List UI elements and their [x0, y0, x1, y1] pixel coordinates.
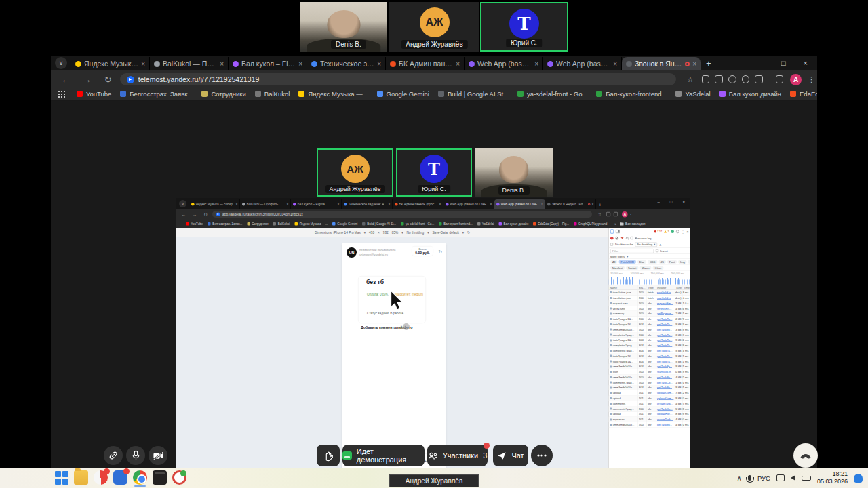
- app-icon-music[interactable]: [94, 470, 108, 485]
- bookmark-item[interactable]: Сотрудники: [247, 222, 268, 226]
- more-filters-row[interactable]: More filters ▾: [609, 254, 691, 259]
- tab-close-icon[interactable]: ×: [236, 202, 238, 206]
- request-initiator[interactable]: startTask.ts: [657, 370, 671, 373]
- dock-side-icon[interactable]: [616, 230, 620, 233]
- bookmark-item[interactable]: BalKukol: [273, 222, 290, 226]
- request-initiator[interactable]: navGclid.ts: [657, 296, 671, 300]
- console-errors-badge[interactable]: 127: [654, 230, 663, 233]
- bookmark-item[interactable]: Бал кукол дизайн: [499, 222, 529, 226]
- request-initiator[interactable]: getTodoTa...: [657, 339, 672, 342]
- window-maximize-button[interactable]: □: [781, 59, 786, 67]
- browser-tab[interactable]: Техническое задание: А ×: [307, 57, 386, 70]
- request-initiator[interactable]: getTodoTa...: [657, 323, 672, 326]
- network-request-row[interactable]: cmm3mlb0x00x... 304 xhr getTaskBy... 0.9…: [609, 385, 691, 390]
- window-close-button[interactable]: ×: [804, 59, 808, 67]
- browser-tab[interactable]: Web App (based on LiteF ×: [543, 57, 622, 70]
- chat-button[interactable]: Чат: [493, 445, 528, 466]
- tab-close-icon[interactable]: ×: [541, 202, 543, 206]
- more-options-button[interactable]: [531, 445, 553, 466]
- reload-button[interactable]: ↻: [202, 211, 209, 217]
- network-request-row[interactable]: translation.json 200 fetch navGclid.ts (…: [609, 290, 691, 296]
- media-control-icon[interactable]: [776, 75, 784, 83]
- viewport-width-value[interactable]: 430: [369, 231, 374, 235]
- extensions-puzzle-icon[interactable]: [755, 75, 763, 83]
- language-indicator[interactable]: РУС: [757, 474, 770, 482]
- bookmark-item[interactable]: Google Gemini: [377, 90, 429, 98]
- filter-chip[interactable]: Doc: [637, 260, 646, 264]
- request-initiator[interactable]: getTodoTa...: [657, 360, 672, 363]
- tab-close-icon[interactable]: ×: [534, 60, 538, 68]
- request-initiator[interactable]: requestSm...: [657, 302, 673, 305]
- refresh-icon[interactable]: ↻: [439, 249, 442, 255]
- network-request-row[interactable]: comments?pag... 200 xhr getTaskCo... 1.1…: [609, 380, 691, 386]
- request-initiator[interactable]: getTodoTa...: [657, 344, 672, 347]
- bookmark-item[interactable]: ya-sdelal-front - Go...: [401, 222, 434, 226]
- filter-chip[interactable]: JS: [658, 260, 666, 264]
- tray-chevron-icon[interactable]: ∧: [737, 474, 742, 482]
- network-request-row[interactable]: completed?pag... 304 xhr getTodoTa... 0.…: [609, 348, 691, 354]
- speaker-tray-icon[interactable]: [791, 475, 795, 481]
- tab-close-icon[interactable]: ×: [220, 60, 224, 68]
- network-request-row[interactable]: cmm3mlb0x00x... 200 xhr getTaskBy... 1.3…: [609, 327, 691, 333]
- apps-grid-icon[interactable]: [58, 90, 65, 98]
- tab-close-icon[interactable]: ×: [141, 60, 145, 68]
- browser-menu-kebab-icon[interactable]: ⋮: [628, 212, 634, 217]
- filter-funnel-icon[interactable]: [620, 237, 624, 239]
- request-initiator[interactable]: uploadCom...: [657, 396, 673, 400]
- filter-chip[interactable]: CSS: [648, 260, 657, 264]
- video-tile-denis[interactable]: Denis B.: [300, 2, 387, 52]
- request-initiator[interactable]: navGclid.ts: [657, 291, 671, 294]
- clock[interactable]: 18:21 05.03.2026: [817, 470, 848, 485]
- bookmark-item[interactable]: YaSdelal: [675, 90, 710, 98]
- network-request-row[interactable]: translation.json 200 fetch navGclid.ts (…: [609, 296, 691, 301]
- tab-close-icon[interactable]: ×: [592, 202, 594, 206]
- request-initiator[interactable]: getPaymen...: [657, 312, 673, 316]
- bookmark-item[interactable]: Белгосстрах. Заявк...: [208, 222, 242, 226]
- profile-avatar[interactable]: A: [622, 211, 628, 218]
- browser-tab[interactable]: Web App (based on LiteF ×: [443, 199, 494, 209]
- search-icon[interactable]: [626, 237, 629, 239]
- chrome-icon[interactable]: [133, 470, 147, 485]
- window-minimize-button[interactable]: –: [760, 59, 764, 67]
- all-bookmarks-button[interactable]: Все закладки: [620, 222, 645, 226]
- side-panel-icon[interactable]: [715, 75, 723, 83]
- device-dimensions-select[interactable]: Dimensions: iPhone 14 Pro Max: [315, 231, 361, 235]
- battery-tray-icon[interactable]: [802, 476, 811, 481]
- user-avatar[interactable]: UN: [347, 247, 357, 258]
- bookmark-item[interactable]: Google Gemini: [332, 222, 357, 226]
- tab-close-icon[interactable]: ×: [338, 202, 340, 206]
- network-request-row[interactable]: summary 200 xhr getPaymen... 1.2 kB 561 …: [609, 311, 691, 317]
- browser-tab[interactable]: Web App (based on LiteF ×: [494, 199, 545, 209]
- request-initiator[interactable]: uploadCom...: [657, 392, 673, 395]
- filter-chip[interactable]: Other: [653, 266, 664, 270]
- video-tile-yuri-active-speaker[interactable]: Т Юрий С.: [480, 2, 568, 52]
- filter-chip[interactable]: Media: [688, 260, 690, 264]
- mic-extension-icon[interactable]: [728, 75, 736, 83]
- mic-tray-icon[interactable]: [748, 475, 751, 481]
- network-request-row[interactable]: todo?page=1&... 304 xhr getTodoTa... 0.9…: [609, 354, 691, 359]
- notifications-bell-icon[interactable]: [854, 474, 863, 483]
- bookmark-item[interactable]: EdaEda (Copy) – Fig...: [790, 90, 817, 98]
- network-request-row[interactable]: completed?pag... 304 xhr getTodoTa... 0.…: [609, 343, 691, 348]
- forward-button[interactable]: →: [191, 211, 198, 217]
- tab-close-icon[interactable]: ×: [389, 202, 391, 206]
- call-tile-yuri[interactable]: Т Юрий С.: [396, 148, 472, 197]
- bookmark-item[interactable]: Бал-кукол-frontend...: [596, 90, 667, 98]
- request-initiator[interactable]: getTaskBy...: [657, 423, 672, 426]
- filter-chip[interactable]: Fetch/XHR: [618, 260, 636, 264]
- request-initiator[interactable]: uploadFile...: [657, 413, 672, 416]
- terminal-icon[interactable]: [153, 470, 167, 485]
- filter-chip[interactable]: Manifest: [610, 266, 625, 270]
- throttling-dropdown[interactable]: No throttling ▾: [635, 242, 657, 247]
- devtools-close-icon[interactable]: ×: [687, 230, 689, 234]
- network-request-row[interactable]: todo?page=1&... 304 xhr getTodoTa... 0.9…: [609, 338, 691, 343]
- bookmark-item[interactable]: YouTube: [186, 222, 203, 226]
- leave-call-button[interactable]: [793, 443, 818, 468]
- network-request-row[interactable]: todo?page=1&... 200 xhr getTodoTa... 3.2…: [609, 317, 691, 322]
- window-close-button[interactable]: ×: [682, 199, 685, 204]
- browser-tab[interactable]: Звонок в Яндекс Тел ×: [622, 57, 701, 70]
- network-request-row[interactable]: todo?page=1&... 304 xhr getTodoTa... 0.9…: [609, 322, 691, 327]
- tab-close-icon[interactable]: ×: [490, 202, 492, 206]
- network-request-row[interactable]: cmm3mlb0x00x... 304 xhr getTaskBy... 0.9…: [609, 364, 691, 369]
- profile-avatar[interactable]: A: [790, 74, 801, 85]
